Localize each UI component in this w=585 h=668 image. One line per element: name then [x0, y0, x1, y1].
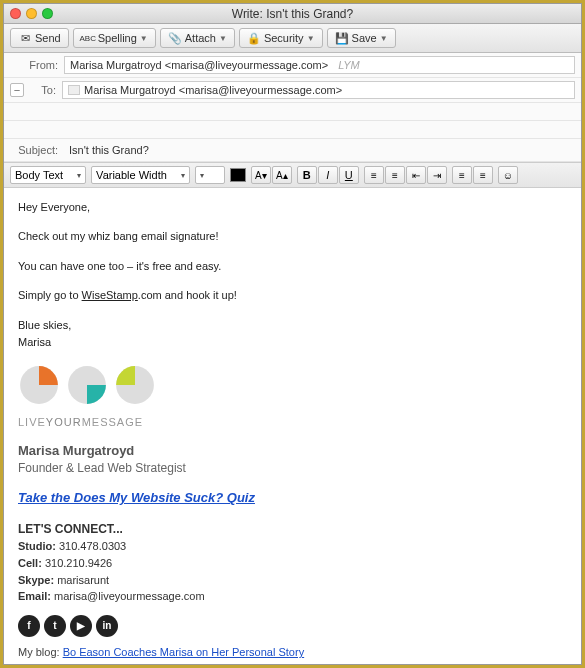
to-label: To: [28, 84, 56, 96]
smaller-button[interactable]: A▾ [251, 166, 271, 184]
spelling-button[interactable]: ABC Spelling ▼ [73, 28, 156, 48]
spelling-label: Spelling [98, 32, 137, 44]
pie-icon-teal [66, 364, 108, 406]
chevron-down-icon: ▼ [307, 34, 315, 43]
titlebar: Write: Isn't this Grand? [4, 4, 581, 24]
skype-line: Skype: marisarunt [18, 572, 567, 589]
spellcheck-icon: ABC [81, 31, 95, 45]
chevron-down-icon: ▼ [140, 34, 148, 43]
security-label: Security [264, 32, 304, 44]
facebook-icon[interactable]: f [18, 615, 40, 637]
email-line: Email: marisa@liveyourmessage.com [18, 588, 567, 605]
chevron-down-icon: ▾ [200, 171, 204, 180]
to-value: Marisa Murgatroyd <marisa@liveyourmessag… [84, 84, 342, 96]
paragraph-style-select[interactable]: Body Text ▾ [10, 166, 86, 184]
send-button[interactable]: ✉ Send [10, 28, 69, 48]
chevron-down-icon: ▼ [219, 34, 227, 43]
pie-icon-lime [114, 364, 156, 406]
body-line: Check out my whiz bang email signature! [18, 229, 567, 244]
save-label: Save [352, 32, 377, 44]
align2-button[interactable]: ≡ [473, 166, 493, 184]
linkedin-icon[interactable]: in [96, 615, 118, 637]
align-button[interactable]: ≡ [452, 166, 472, 184]
chevron-down-icon: ▼ [380, 34, 388, 43]
chevron-down-icon: ▾ [181, 171, 185, 180]
connect-heading: LET'S CONNECT... [18, 521, 567, 538]
chevron-down-icon: ▾ [77, 171, 81, 180]
pie-icon-orange [18, 364, 60, 406]
message-body[interactable]: Hey Everyone, Check out my whiz bang ema… [4, 188, 581, 664]
save-icon: 💾 [335, 31, 349, 45]
twitter-icon[interactable]: t [44, 615, 66, 637]
outdent-button[interactable]: ⇤ [406, 166, 426, 184]
indent-button[interactable]: ⇥ [427, 166, 447, 184]
signature-name: Marisa Murgatroyd [18, 442, 567, 460]
number-list-button[interactable]: ≡ [385, 166, 405, 184]
headers: From: Marisa Murgatroyd <marisa@liveyour… [4, 53, 581, 163]
from-value: Marisa Murgatroyd <marisa@liveyourmessag… [70, 59, 328, 71]
font-value: Variable Width [96, 169, 167, 181]
format-bar: Body Text ▾ Variable Width ▾ ▾ A▾ A▴ B I… [4, 163, 581, 188]
social-row: f t ▶ in [18, 615, 567, 637]
blog-link[interactable]: Bo Eason Coaches Marisa on Her Personal … [63, 646, 305, 658]
style-value: Body Text [15, 169, 63, 181]
studio-line: Studio: 310.478.0303 [18, 538, 567, 555]
send-label: Send [35, 32, 61, 44]
toolbar: ✉ Send ABC Spelling ▼ 📎 Attach ▼ 🔒 Secur… [4, 24, 581, 53]
contact-icon [68, 85, 80, 95]
send-icon: ✉ [18, 31, 32, 45]
from-field[interactable]: Marisa Murgatroyd <marisa@liveyourmessag… [64, 56, 575, 74]
body-line: Marisa [18, 335, 567, 350]
attach-icon: 📎 [168, 31, 182, 45]
larger-button[interactable]: A▴ [272, 166, 292, 184]
italic-button[interactable]: I [318, 166, 338, 184]
wisestamp-link[interactable]: WiseStamp [82, 289, 138, 301]
blog-line: My blog: Bo Eason Coaches Marisa on Her … [18, 645, 567, 660]
save-button[interactable]: 💾 Save ▼ [327, 28, 396, 48]
youtube-icon[interactable]: ▶ [70, 615, 92, 637]
brand-text: LIVEYOURMESSAGE [18, 412, 567, 432]
size-select[interactable]: ▾ [195, 166, 225, 184]
window-title: Write: Isn't this Grand? [4, 7, 581, 21]
underline-button[interactable]: U [339, 166, 359, 184]
subject-value: Isn't this Grand? [69, 144, 149, 156]
font-select[interactable]: Variable Width ▾ [91, 166, 190, 184]
security-button[interactable]: 🔒 Security ▼ [239, 28, 323, 48]
body-line: Simply go to WiseStamp.com and hook it u… [18, 288, 567, 303]
quiz-link[interactable]: Take the Does My Website Suck? Quiz [18, 489, 567, 507]
lock-icon: 🔒 [247, 31, 261, 45]
remove-recipient-button[interactable]: − [10, 83, 24, 97]
attach-button[interactable]: 📎 Attach ▼ [160, 28, 235, 48]
body-line: You can have one too – it's free and eas… [18, 259, 567, 274]
body-line: Hey Everyone, [18, 200, 567, 215]
attach-label: Attach [185, 32, 216, 44]
brand-logos [18, 364, 567, 406]
cell-line: Cell: 310.210.9426 [18, 555, 567, 572]
emoji-button[interactable]: ☺ [498, 166, 518, 184]
bold-button[interactable]: B [297, 166, 317, 184]
signature-title: Founder & Lead Web Strategist [18, 460, 567, 477]
to-field[interactable]: Marisa Murgatroyd <marisa@liveyourmessag… [62, 81, 575, 99]
color-swatch[interactable] [230, 168, 246, 182]
subject-field[interactable]: Isn't this Grand? [64, 142, 575, 158]
compose-window: Write: Isn't this Grand? ✉ Send ABC Spel… [3, 3, 582, 665]
from-label: From: [10, 59, 58, 71]
body-line: Blue skies, [18, 318, 567, 333]
from-account: LYM [338, 59, 360, 71]
bullet-list-button[interactable]: ≡ [364, 166, 384, 184]
subject-label: Subject: [10, 144, 58, 156]
